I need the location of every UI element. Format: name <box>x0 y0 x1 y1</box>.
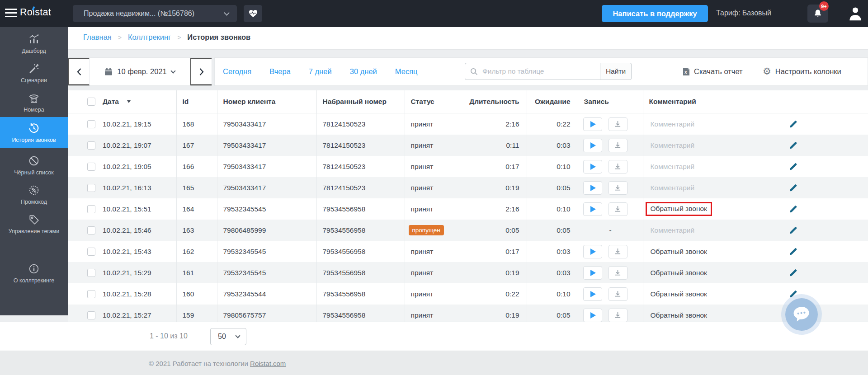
roistat-link[interactable]: Roistat.com <box>250 360 286 367</box>
row-checkbox[interactable] <box>87 311 95 319</box>
download-record-button[interactable] <box>609 160 627 173</box>
project-selector[interactable]: Продажа недвижим... (№156786) <box>73 5 237 22</box>
download-record-button[interactable] <box>609 287 627 301</box>
comment-text[interactable]: Комментарий <box>651 226 695 234</box>
row-checkbox[interactable] <box>87 226 95 234</box>
row-checkbox[interactable] <box>87 290 95 298</box>
status-cell: пропущен <box>405 220 450 241</box>
download-record-button[interactable] <box>609 117 627 131</box>
column-header-duration[interactable]: Длительность <box>450 90 527 113</box>
download-record-button[interactable] <box>609 266 627 280</box>
next-date-button[interactable] <box>190 58 212 85</box>
edit-comment-button[interactable] <box>789 268 797 277</box>
comment-text[interactable]: Обратный звонок <box>651 269 707 277</box>
chat-bubble-icon <box>791 304 812 324</box>
comment-text[interactable]: Комментарий <box>651 141 695 149</box>
call-id: 168 <box>176 113 217 135</box>
quick-range-link-4[interactable]: 30 дней <box>350 67 377 76</box>
prev-date-button[interactable] <box>68 58 90 85</box>
sidebar-item-promo-code[interactable]: Промокод <box>0 180 68 209</box>
find-button[interactable]: Найти <box>600 63 632 80</box>
column-header-wait[interactable]: Ожидание <box>527 90 578 113</box>
play-record-button[interactable] <box>583 139 602 152</box>
chat-widget-button[interactable] <box>785 298 818 331</box>
edit-comment-button[interactable] <box>789 290 797 298</box>
play-record-button[interactable] <box>583 202 602 216</box>
play-record-button[interactable] <box>583 181 602 195</box>
sidebar-item-tags[interactable]: Управление тегами <box>0 209 68 244</box>
edit-comment-button[interactable] <box>789 162 797 171</box>
download-record-button[interactable] <box>609 139 627 152</box>
breadcrumb-home[interactable]: Главная <box>83 33 112 42</box>
dialed-number: 79534556958 <box>316 262 405 283</box>
call-date: 10.02.21, 15:43 <box>103 248 151 256</box>
row-checkbox[interactable] <box>87 248 95 256</box>
row-checkbox[interactable] <box>87 163 95 171</box>
select-all-checkbox[interactable] <box>87 98 95 106</box>
column-header-comment[interactable]: Комментарий <box>643 90 868 113</box>
comment-text[interactable]: Комментарий <box>651 120 695 128</box>
play-record-button[interactable] <box>583 266 602 280</box>
comment-text[interactable]: Обратный звонок <box>646 202 712 216</box>
row-checkbox[interactable] <box>87 141 95 150</box>
table-row: 10.02.21, 15:281607953234554479534556958… <box>68 283 868 305</box>
sidebar-item-call-history[interactable]: История звонков <box>0 117 68 148</box>
comment-text[interactable]: Обратный звонок <box>651 311 707 319</box>
row-checkbox[interactable] <box>87 120 95 128</box>
filter-input[interactable] <box>465 63 600 80</box>
row-checkbox[interactable] <box>87 269 95 277</box>
health-status-button[interactable] <box>244 5 262 22</box>
breadcrumb-calltracking[interactable]: Коллтрекинг <box>128 33 171 42</box>
tags-icon <box>28 214 40 225</box>
page-size-select[interactable]: 50 <box>210 328 246 345</box>
support-button[interactable]: Написать в поддержку <box>602 5 708 22</box>
column-header-dialed-number[interactable]: Набранный номер <box>316 90 405 113</box>
row-checkbox[interactable] <box>87 205 95 213</box>
sidebar-item-numbers[interactable]: Номера <box>0 88 68 117</box>
comment-text[interactable]: Комментарий <box>651 184 695 192</box>
column-header-status[interactable]: Статус <box>405 90 450 113</box>
quick-range-link-2[interactable]: Вчера <box>269 67 291 76</box>
date-picker[interactable]: 10 февр. 2021 <box>90 58 190 85</box>
download-record-button[interactable] <box>609 202 627 216</box>
row-checkbox[interactable] <box>87 184 95 192</box>
download-record-button[interactable] <box>609 181 627 195</box>
edit-comment-button[interactable] <box>789 205 797 213</box>
edit-comment-button[interactable] <box>789 141 797 150</box>
play-record-button[interactable] <box>583 287 602 301</box>
wait-cell: 0:05 <box>527 177 578 198</box>
play-record-button[interactable] <box>583 309 602 322</box>
comment-text[interactable]: Комментарий <box>651 163 695 170</box>
chevron-down-icon <box>224 10 230 16</box>
column-header-date[interactable]: Дата <box>103 98 119 106</box>
edit-comment-button[interactable] <box>789 183 797 192</box>
quick-range-link-1[interactable]: Сегодня <box>223 67 251 76</box>
comment-text[interactable]: Обратный звонок <box>651 248 707 255</box>
download-record-button[interactable] <box>609 245 627 258</box>
play-record-button[interactable] <box>583 245 602 258</box>
edit-comment-button[interactable] <box>789 226 797 234</box>
breadcrumb-separator: > <box>118 34 122 41</box>
download-record-button[interactable] <box>609 309 627 322</box>
comment-text[interactable]: Обратный звонок <box>651 290 707 298</box>
column-header-client-number[interactable]: Номер клиента <box>217 90 316 113</box>
quick-range-link-3[interactable]: 7 дней <box>309 67 332 76</box>
user-avatar[interactable] <box>848 5 863 22</box>
pagination-range-label: 1 - 10 из 10 <box>150 332 188 340</box>
configure-columns-button[interactable]: ⚙ Настроить колонки <box>763 58 841 85</box>
call-date: 10.02.21, 15:27 <box>103 311 151 319</box>
hamburger-menu-icon[interactable] <box>5 9 17 19</box>
column-header-record[interactable]: Запись <box>578 90 643 113</box>
download-report-button[interactable]: x Скачать отчет <box>683 58 743 85</box>
play-record-button[interactable] <box>583 160 602 173</box>
edit-comment-button[interactable] <box>789 247 797 256</box>
sidebar-item-scenarios[interactable]: Сценарии <box>0 58 68 88</box>
sort-desc-icon[interactable] <box>127 100 131 103</box>
quick-range-link-5[interactable]: Месяц <box>395 67 418 76</box>
sidebar-item-about-calltracking[interactable]: О коллтрекинге <box>0 258 68 288</box>
column-header-id[interactable]: Id <box>176 90 217 113</box>
sidebar-item-dashboard[interactable]: Дашборд <box>0 29 68 58</box>
sidebar-item-blacklist[interactable]: Чёрный список <box>0 150 68 180</box>
edit-comment-button[interactable] <box>789 120 797 128</box>
play-record-button[interactable] <box>583 117 602 131</box>
